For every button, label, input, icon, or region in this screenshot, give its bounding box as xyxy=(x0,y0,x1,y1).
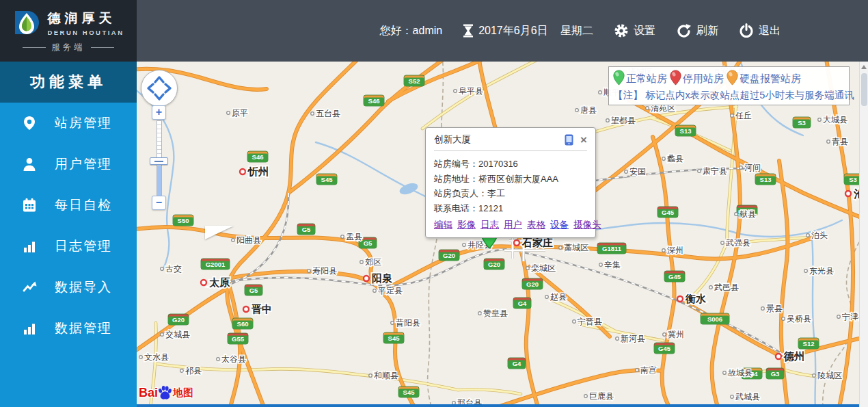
popup-title: 创新大厦 xyxy=(434,133,471,146)
popup-link-用户[interactable]: 用户 xyxy=(504,219,522,231)
svg-text:G5: G5 xyxy=(364,239,372,247)
settings-button[interactable]: 设置 xyxy=(614,23,655,38)
map-label-county: 故城县 xyxy=(723,368,752,378)
field-label: 站房编号： xyxy=(434,159,478,169)
svg-text:寿阳县: 寿阳县 xyxy=(312,266,337,276)
gear-icon xyxy=(614,23,629,38)
svg-text:新河县: 新河县 xyxy=(621,334,645,343)
svg-text:郊区: 郊区 xyxy=(365,257,381,267)
svg-text:景县: 景县 xyxy=(766,304,783,313)
field-value: 桥西区创新大厦AAA xyxy=(478,174,558,184)
svg-text:任丘: 任丘 xyxy=(735,111,752,120)
power-icon xyxy=(739,23,754,38)
legend-pin-icon xyxy=(727,70,740,88)
popup-link-影像[interactable]: 影像 xyxy=(457,219,476,231)
svg-text:G45: G45 xyxy=(668,273,681,280)
scrollbar-up-icon[interactable] xyxy=(861,65,867,69)
scrollbar-thumb[interactable] xyxy=(861,73,867,106)
svg-text:五台县: 五台县 xyxy=(316,109,340,118)
svg-text:原平: 原平 xyxy=(232,108,248,118)
legend-item-label: 正常站房 xyxy=(626,73,667,86)
svg-text:G45: G45 xyxy=(658,345,671,352)
legend-pin-icon xyxy=(613,70,626,88)
zoom-slider-handle[interactable] xyxy=(150,157,168,165)
svg-text:衡水: 衡水 xyxy=(685,293,707,304)
logout-button[interactable]: 退出 xyxy=(739,23,781,38)
sidebar-item-3[interactable]: 日志管理 xyxy=(0,226,137,267)
sidebar-item-label: 站房管理 xyxy=(55,114,112,132)
map-label-county: 安国 xyxy=(625,167,646,176)
pan-down-icon[interactable] xyxy=(155,94,163,99)
sidebar-item-2[interactable]: 每日自检 xyxy=(0,185,137,226)
pan-left-icon[interactable] xyxy=(148,84,153,92)
date-display: 2017年6月6日 星期二 xyxy=(463,24,593,38)
field-value: 20170316 xyxy=(478,159,518,169)
refresh-button[interactable]: 刷新 xyxy=(676,23,718,39)
svg-text:G1811: G1811 xyxy=(602,245,622,252)
map-label-county: 大城县 xyxy=(818,115,847,124)
zoom-slider-fill xyxy=(157,166,161,196)
baidu-logo[interactable]: Bai 地图 xyxy=(139,385,193,400)
popup-field: 站房编号：20170316 xyxy=(434,157,587,172)
road-shield: G5 xyxy=(245,285,262,296)
svg-text:献县: 献县 xyxy=(740,209,756,219)
popup-links: 编辑影像日志用户表格设备摄像头 xyxy=(434,219,587,231)
road-shield: S46 xyxy=(247,151,268,162)
map-label-city: 忻州 xyxy=(240,166,269,177)
svg-text:辛集: 辛集 xyxy=(604,260,621,270)
popup-fields: 站房编号：20170316站房地址：桥西区创新大厦AAA站房负责人：李工联系电话… xyxy=(434,151,587,215)
popup-link-日志[interactable]: 日志 xyxy=(480,219,499,231)
svg-text:平定县: 平定县 xyxy=(378,286,403,296)
popup-link-设备[interactable]: 设备 xyxy=(550,219,569,231)
logo-title-en: DERUN HOUTIAN xyxy=(47,29,124,36)
road-shield: S52 xyxy=(404,75,424,86)
close-icon[interactable]: × xyxy=(580,135,587,144)
zoom-in-button[interactable]: + xyxy=(152,105,166,120)
legend-pin-icon xyxy=(670,70,683,88)
map-scrollbar[interactable] xyxy=(859,62,868,407)
map-label-county: 吴桥县 xyxy=(782,314,811,324)
svg-text:S13: S13 xyxy=(760,176,772,183)
sidebar-item-0[interactable]: 站房管理 xyxy=(0,103,137,144)
svg-text:望都县: 望都县 xyxy=(611,116,636,125)
sidebar-item-4[interactable]: 数据导入 xyxy=(0,267,137,308)
zoom-out-button[interactable]: − xyxy=(152,196,166,210)
road-shield: S45 xyxy=(398,386,419,397)
svg-text:文水县: 文水县 xyxy=(144,352,169,362)
map-pan-control[interactable] xyxy=(141,70,178,107)
svg-text:S13: S13 xyxy=(680,127,692,135)
pan-up-icon[interactable] xyxy=(155,77,163,82)
legend-item-label: 硬盘报警站房 xyxy=(740,73,801,86)
road-shield: S12 xyxy=(798,338,819,349)
refresh-icon xyxy=(676,23,692,39)
svg-text:S52: S52 xyxy=(409,77,420,85)
svg-text:G20: G20 xyxy=(443,252,455,259)
svg-text:G3: G3 xyxy=(771,370,780,378)
sidebar-item-5[interactable]: 数据管理 xyxy=(0,308,137,349)
road-shield: G5 xyxy=(297,224,315,235)
svg-text:河间: 河间 xyxy=(744,163,761,172)
header-toolbar: 您好：admin 2017年6月6日 星期二 设置 刷新 xyxy=(137,0,868,62)
popup-link-摄像头[interactable]: 摄像头 xyxy=(573,219,601,231)
popup-link-表格[interactable]: 表格 xyxy=(527,219,545,231)
svg-text:武强县: 武强县 xyxy=(726,238,750,248)
map-label-county: 昔阳县 xyxy=(391,318,420,328)
calendar-icon xyxy=(22,198,37,213)
sidebar-item-label: 数据导入 xyxy=(55,278,112,296)
map-label-county: 唐县 xyxy=(575,105,597,115)
legend-item-label: 停用站房 xyxy=(683,73,724,86)
chart-bars-icon xyxy=(22,321,37,336)
phone-icon[interactable] xyxy=(565,134,573,146)
app-logo: 德润厚天 DERUN HOUTIAN 服务端 xyxy=(0,0,137,62)
road-shield: S13 xyxy=(755,174,776,185)
svg-text:阜平县: 阜平县 xyxy=(459,86,483,96)
svg-text:S3: S3 xyxy=(798,119,806,127)
svg-text:安国: 安国 xyxy=(629,167,646,176)
popup-field: 站房负责人：李工 xyxy=(434,186,587,201)
popup-link-编辑[interactable]: 编辑 xyxy=(434,219,452,231)
sidebar-item-label: 每日自检 xyxy=(55,196,112,214)
pan-right-icon[interactable] xyxy=(165,84,170,92)
greeting-text: 您好：admin xyxy=(380,24,443,38)
svg-text:古交: 古交 xyxy=(165,264,182,274)
sidebar-item-1[interactable]: 用户管理 xyxy=(0,144,137,185)
